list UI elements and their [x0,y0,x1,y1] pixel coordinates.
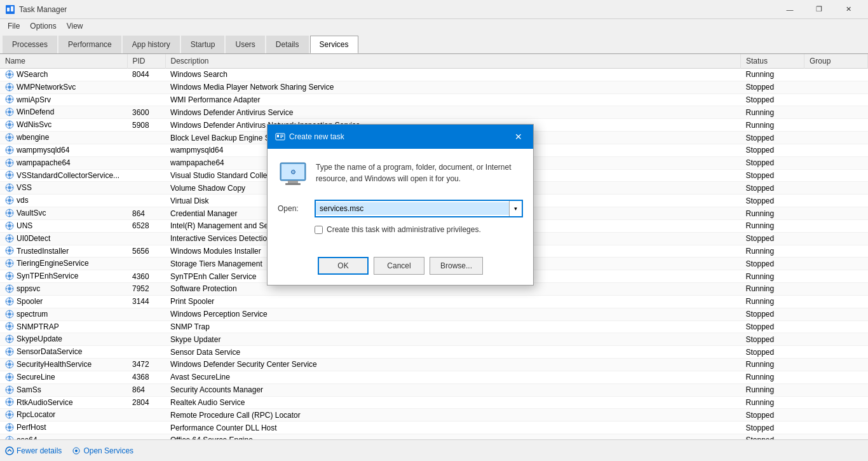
col-header-description[interactable]: Description [165,54,741,69]
table-row[interactable]: WinDefend3600Windows Defender Antivirus … [0,106,868,119]
service-group-cell [804,195,868,207]
service-name-cell: SkypeUpdate [0,333,127,346]
fewer-details-button[interactable]: Fewer details [5,446,62,455]
admin-privileges-checkbox[interactable] [315,226,323,234]
col-header-status[interactable]: Status [741,54,804,69]
service-group-cell [804,232,868,245]
svg-rect-59 [9,184,10,186]
svg-rect-116 [12,301,14,302]
svg-rect-30 [9,127,10,129]
service-pid-cell: 7952 [127,283,165,296]
service-status-cell: Stopped [741,346,804,359]
service-name-cell: wmiApSrv [0,93,127,106]
app-icon [5,4,15,15]
svg-rect-68 [12,200,14,201]
svg-rect-113 [9,298,10,299]
table-row[interactable]: RtkAudioService2804Realtek Audio Service… [0,396,868,409]
col-header-pid[interactable]: PID [127,54,165,69]
service-desc-cell: Windows Search [165,69,741,81]
table-row[interactable]: spectrumWindows Perception ServiceStoppe… [0,308,868,320]
table-row[interactable]: wmiApSrvWMI Performance AdapterStopped [0,93,868,106]
svg-rect-90 [9,253,10,255]
service-desc-cell: Office 64 Source Engine [165,434,741,439]
table-row[interactable]: SecurityHealthService3472Windows Defende… [0,359,868,371]
service-group-cell [804,106,868,119]
col-header-group[interactable]: Group [804,54,868,69]
service-desc-cell: Windows Perception Service [165,308,741,320]
table-row[interactable]: ose64Office 64 Source EngineStopped [0,434,868,439]
svg-rect-193 [288,181,298,183]
tab-startup[interactable]: Startup [181,36,225,53]
svg-rect-54 [9,177,10,179]
dialog-open-dropdown-button[interactable]: ▼ [509,201,522,216]
svg-point-154 [8,388,11,391]
table-row[interactable]: SecureLine4368Avast SecureLineRunning [0,371,868,383]
svg-rect-26 [12,112,14,113]
tab-app-history[interactable]: App history [123,36,180,53]
service-status-cell: Stopped [741,409,804,422]
minimize-button[interactable]: — [775,0,804,19]
service-pid-cell [127,156,165,169]
menu-file[interactable]: File [3,20,25,32]
table-row[interactable]: WMPNetworkSvcWindows Media Player Networ… [0,81,868,93]
service-icon [5,410,14,419]
svg-rect-74 [12,212,14,214]
dialog-ok-button[interactable]: OK [318,257,369,275]
service-icon [5,284,14,293]
svg-rect-126 [9,329,10,331]
dialog-cancel-button[interactable]: Cancel [374,257,424,275]
svg-rect-11 [9,83,10,85]
service-status-cell: Running [741,270,804,283]
svg-point-183 [6,447,13,455]
table-row[interactable]: SensorDataServiceSensor Data ServiceStop… [0,346,868,359]
svg-rect-149 [9,373,10,375]
dialog-title-text: Create new task [289,132,344,141]
tab-details[interactable]: Details [266,36,309,53]
table-row[interactable]: SNMPTRAPSNMP TrapStopped [0,320,868,333]
close-button[interactable]: ✕ [834,0,863,19]
tab-processes[interactable]: Processes [3,36,57,53]
svg-rect-161 [9,398,10,400]
svg-point-70 [8,211,11,214]
col-header-name[interactable]: Name [0,54,127,69]
tab-services[interactable]: Services [310,36,358,53]
tab-users[interactable]: Users [226,36,264,53]
svg-rect-60 [9,190,10,192]
service-name-cell: WSearch [0,69,127,81]
svg-rect-137 [9,348,10,350]
open-services-button[interactable]: Open Services [72,446,133,455]
service-group-cell [804,182,868,195]
table-row[interactable]: WSearch8044Windows SearchRunning [0,69,868,81]
service-desc-cell: SNMP Trap [165,320,741,333]
service-desc-cell: Performance Counter DLL Host [165,422,741,434]
svg-rect-50 [12,162,14,163]
tab-performance[interactable]: Performance [58,36,121,53]
dialog-open-input[interactable] [316,202,509,215]
dialog-close-button[interactable]: ✕ [512,130,526,144]
svg-rect-78 [9,228,10,230]
table-row[interactable]: SkypeUpdateSkype UpdaterStopped [0,333,868,346]
menu-view[interactable]: View [62,20,88,32]
service-group-cell [804,119,868,132]
svg-point-10 [8,85,11,88]
table-row[interactable]: RpcLocatorRemote Procedure Call (RPC) Lo… [0,409,868,422]
service-name-cell: PerfHost [0,422,127,434]
table-row[interactable]: SamSs864Security Accounts ManagerRunning [0,383,868,396]
service-pid-cell: 3472 [127,359,165,371]
svg-rect-143 [9,361,10,362]
service-icon [5,209,14,217]
svg-point-130 [8,338,11,341]
svg-rect-92 [12,251,14,252]
maximize-button[interactable]: ❐ [804,0,834,19]
service-icon [5,259,14,268]
service-status-cell: Running [741,396,804,409]
service-group-cell [804,371,868,383]
service-pid-cell [127,144,165,156]
svg-rect-77 [9,222,10,224]
table-row[interactable]: Spooler3144Print SpoolerRunning [0,295,868,308]
service-status-cell: Running [741,371,804,383]
service-pid-cell [127,308,165,320]
menu-options[interactable]: Options [25,20,61,32]
table-row[interactable]: PerfHostPerformance Counter DLL HostStop… [0,422,868,434]
dialog-browse-button[interactable]: Browse... [430,257,483,275]
